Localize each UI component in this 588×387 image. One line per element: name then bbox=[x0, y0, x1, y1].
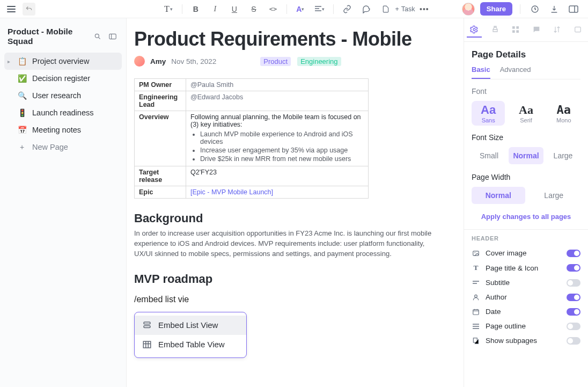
toggle-label: Date bbox=[486, 308, 501, 316]
sidebar-collapse-button[interactable] bbox=[107, 31, 119, 42]
tab-blocks[interactable] bbox=[508, 23, 523, 38]
more-button[interactable]: ••• bbox=[417, 2, 431, 16]
page-width-label: Page Width bbox=[472, 173, 580, 181]
menu-toggle[interactable] bbox=[4, 2, 18, 16]
panel-toggle[interactable] bbox=[567, 2, 580, 16]
subtab-advanced[interactable]: Advanced bbox=[500, 65, 531, 79]
sidebar-item[interactable]: 📅 Meeting notes bbox=[4, 121, 122, 138]
align-button[interactable]: ▾ bbox=[313, 2, 327, 16]
toggle-switch[interactable] bbox=[567, 250, 580, 257]
clock-icon bbox=[531, 5, 539, 13]
table-key: Overview bbox=[135, 111, 186, 166]
sidebar-item[interactable]: 🔍 User research bbox=[4, 87, 122, 104]
bold-button[interactable]: B bbox=[189, 2, 203, 16]
new-page-label: New Page bbox=[32, 143, 68, 151]
font-serif[interactable]: AaSerif bbox=[509, 101, 542, 126]
svg-point-16 bbox=[474, 252, 475, 253]
text-style-button[interactable]: T▾ bbox=[161, 2, 175, 16]
tab-sort[interactable] bbox=[549, 23, 564, 38]
image-icon bbox=[472, 250, 480, 257]
sidebar-item[interactable]: ✅ Decision register bbox=[4, 70, 122, 87]
toggle-row: Author bbox=[472, 290, 580, 304]
tab-relationships[interactable] bbox=[488, 23, 503, 38]
underline-button[interactable]: U bbox=[227, 2, 241, 16]
sidebar-item[interactable]: 🚦 Launch readiness bbox=[4, 104, 122, 121]
toggle-row: Subtitle bbox=[472, 275, 580, 290]
table-view-icon bbox=[142, 340, 152, 349]
svg-rect-7 bbox=[144, 325, 150, 327]
epic-link[interactable]: [Epic - MVP Mobile Launch] bbox=[190, 188, 273, 196]
sidebar-item-label: Meeting notes bbox=[32, 126, 81, 134]
undo-button[interactable] bbox=[23, 3, 35, 16]
tab-more[interactable] bbox=[570, 23, 585, 38]
strike-button[interactable]: S bbox=[247, 2, 261, 16]
panel-title: Page Details bbox=[472, 49, 580, 60]
caret-icon: ▸ bbox=[8, 59, 12, 64]
table-value[interactable]: @Edward Jacobs bbox=[186, 91, 369, 111]
table-value[interactable]: Q2'FY23 bbox=[186, 166, 369, 186]
embed-popover: Embed List ViewEmbed Table View bbox=[134, 312, 247, 358]
table-key: Engineering Lead bbox=[135, 91, 186, 111]
size-large[interactable]: Large bbox=[546, 147, 580, 164]
panel-tab-strip bbox=[464, 18, 588, 42]
embed-option[interactable]: Embed Table View bbox=[135, 335, 246, 354]
page-meta: Amy Nov 5th, 2022 Product Engineering bbox=[134, 56, 447, 67]
tag-engineering[interactable]: Engineering bbox=[297, 57, 341, 66]
code-button[interactable]: <> bbox=[266, 2, 280, 16]
undo-icon bbox=[25, 5, 33, 13]
author-icon bbox=[472, 294, 480, 301]
date-icon bbox=[472, 308, 480, 316]
toggle-switch[interactable] bbox=[567, 264, 580, 272]
background-body[interactable]: In order to increase user acquisition op… bbox=[134, 229, 435, 259]
text-color-icon: A bbox=[296, 5, 302, 13]
plus-icon: + bbox=[395, 5, 399, 13]
width-large[interactable]: Large bbox=[527, 187, 581, 204]
sidebar-item-label: Launch readiness bbox=[32, 108, 93, 117]
requirements-table: PM Owner@Paula Smith Engineering Lead@Ed… bbox=[134, 78, 369, 199]
avatar[interactable] bbox=[462, 3, 475, 16]
toggle-switch[interactable] bbox=[567, 323, 580, 330]
subpages-icon bbox=[472, 337, 480, 345]
tag-product[interactable]: Product bbox=[260, 57, 291, 66]
list-view-icon bbox=[142, 320, 152, 330]
add-task-button[interactable]: +Task bbox=[398, 2, 412, 16]
table-value[interactable]: Following annual planning, the Mobile te… bbox=[186, 111, 369, 166]
subtab-basic[interactable]: Basic bbox=[472, 65, 490, 79]
toggle-switch[interactable] bbox=[567, 337, 580, 345]
text-color-button[interactable]: A▾ bbox=[293, 2, 307, 16]
font-sans[interactable]: AaSans bbox=[472, 101, 505, 126]
history-button[interactable] bbox=[528, 2, 542, 16]
share-button[interactable]: Share bbox=[480, 2, 512, 16]
slash-command-input[interactable]: /embed list vie bbox=[134, 295, 447, 304]
link-icon bbox=[343, 5, 351, 13]
background-heading[interactable]: Background bbox=[134, 211, 447, 225]
size-small[interactable]: Small bbox=[472, 147, 506, 164]
roadmap-heading[interactable]: MVP roadmap bbox=[134, 272, 447, 286]
attachment-button[interactable] bbox=[379, 2, 393, 16]
size-normal[interactable]: Normal bbox=[509, 147, 543, 164]
embed-option-label: Embed List View bbox=[158, 320, 218, 330]
svg-point-3 bbox=[95, 34, 99, 38]
tab-comments[interactable] bbox=[529, 23, 544, 38]
tab-page-details[interactable] bbox=[467, 23, 482, 38]
page-title[interactable]: Product Requirements - Mobile bbox=[134, 28, 447, 50]
page-icon: ✅ bbox=[17, 74, 27, 83]
svg-rect-1 bbox=[569, 6, 578, 12]
table-value[interactable]: @Paula Smith bbox=[186, 79, 369, 91]
new-page-button[interactable]: + New Page bbox=[4, 138, 122, 156]
toggle-switch[interactable] bbox=[567, 279, 580, 287]
toggle-switch[interactable] bbox=[567, 294, 580, 301]
embed-option[interactable]: Embed List View bbox=[135, 316, 246, 335]
apply-to-all-button[interactable]: Apply changes to all pages bbox=[472, 213, 580, 221]
italic-button[interactable]: I bbox=[208, 2, 222, 16]
toggle-switch[interactable] bbox=[567, 308, 580, 316]
import-icon bbox=[550, 5, 558, 13]
import-button[interactable] bbox=[547, 2, 561, 16]
font-mono[interactable]: AaMono bbox=[547, 101, 580, 126]
width-normal[interactable]: Normal bbox=[472, 187, 525, 204]
sidebar-item[interactable]: ▸ 📋 Project overview bbox=[4, 53, 122, 70]
sidebar-search-button[interactable] bbox=[92, 31, 104, 42]
blocks-icon bbox=[511, 25, 520, 34]
link-button[interactable] bbox=[340, 2, 354, 16]
comment-button[interactable] bbox=[359, 2, 373, 16]
